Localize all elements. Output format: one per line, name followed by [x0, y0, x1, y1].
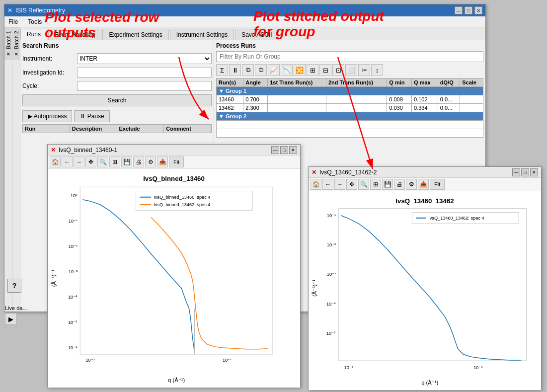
group1-label: ▼ Group 1: [217, 87, 483, 95]
th-trans2: 2nd Trans Run(s): [326, 78, 387, 87]
plot2-fit[interactable]: Fit: [430, 179, 445, 190]
plot2-forward[interactable]: →: [334, 179, 345, 190]
plot2-settings[interactable]: ⚙: [406, 179, 417, 190]
plot2-pan[interactable]: ✥: [346, 179, 357, 190]
filter-input[interactable]: [216, 51, 483, 62]
row1-angle: 0.700: [243, 95, 268, 104]
plot1-settings[interactable]: ⚙: [145, 157, 156, 167]
plot1-fit[interactable]: Fit: [169, 157, 184, 167]
minimize-button[interactable]: —: [455, 6, 463, 14]
plot1-area: IvsQ_binned_13460 (Å⁻¹)⁻¹ q (Å⁻¹) 10⁰ 10…: [48, 169, 300, 388]
plot-window-2: ✕ IvsQ_13460_13462-2 — □ ✕ 🏠 ← → ✥ 🔍 ⊞ 💾…: [308, 166, 542, 390]
investigation-input[interactable]: [77, 68, 212, 78]
live-play-button[interactable]: ▶: [5, 313, 17, 325]
plot1-grid[interactable]: ⊞: [109, 157, 120, 167]
batch-sidebar: ✕ Batch 1 ✕ Batch 2: [4, 27, 20, 312]
row1-scale: [460, 95, 483, 104]
svg-text:10⁻²: 10⁻²: [327, 242, 336, 247]
plot1-svg: IvsQ_binned_13460 (Å⁻¹)⁻¹ q (Å⁻¹) 10⁰ 10…: [50, 171, 298, 386]
plot2-print[interactable]: 🖨: [394, 179, 405, 190]
row1-qmax: 0.102: [412, 95, 438, 104]
col-description: Description: [70, 125, 117, 133]
plot2-close[interactable]: ✕: [530, 168, 538, 176]
plot2-export[interactable]: 📤: [418, 179, 429, 190]
grid-button[interactable]: ⊞: [307, 64, 318, 76]
maximize-button[interactable]: □: [465, 6, 472, 14]
shuffle-button[interactable]: 🔀: [294, 64, 306, 76]
table-row[interactable]: [217, 121, 483, 129]
svg-rect-16: [136, 191, 252, 210]
group1-row[interactable]: ▼ Group 1: [217, 87, 483, 95]
menu-file[interactable]: File: [6, 18, 20, 26]
sort-button[interactable]: ↕: [371, 64, 383, 76]
svg-rect-22: [338, 208, 526, 361]
th-trans1: 1st Trans Run(s): [268, 78, 326, 87]
plot1-back[interactable]: ←: [62, 157, 73, 167]
table-row[interactable]: 13460 0.700 0.009 0.102 0.0...: [217, 95, 483, 104]
plot2-zoom[interactable]: 🔍: [358, 179, 369, 190]
plot1-controls: — □ ✕: [271, 146, 297, 154]
title-bar: ✕ ISIS Reflectometry — □ ✕: [4, 4, 485, 16]
autoprocess-button[interactable]: ▶ Autoprocess: [22, 110, 72, 122]
investigation-row: Investigation Id:: [22, 68, 212, 78]
process-runs-title: Process Runs: [216, 42, 483, 49]
tab-runs[interactable]: Runs: [20, 29, 47, 40]
plot1-forward[interactable]: →: [74, 157, 84, 167]
th-runs: Run(s): [217, 78, 243, 87]
table-row[interactable]: [217, 129, 483, 138]
search-button[interactable]: Search: [22, 94, 212, 106]
tab-event-handling[interactable]: Event Handling: [48, 29, 101, 40]
plot2-back[interactable]: ←: [322, 179, 333, 190]
chart-line-button[interactable]: 📈: [268, 64, 280, 76]
plot1-minimize[interactable]: —: [271, 146, 279, 154]
plot1-pan[interactable]: ✥: [85, 157, 96, 167]
menu-tools[interactable]: Tools: [26, 18, 44, 26]
batch2-label: Batch 2: [13, 31, 19, 49]
plot-window-1: ✕ IvsQ_binned_13460-1 — □ ✕ 🏠 ← → ✥ 🔍 ⊞ …: [47, 144, 301, 388]
batch-tab-1[interactable]: ✕ Batch 1: [4, 27, 12, 60]
plot1-title-bar: ✕ IvsQ_binned_13460-1 — □ ✕: [48, 145, 300, 156]
table-row[interactable]: 13462 2.300 0.030 0.334 0.0...: [217, 104, 483, 112]
row2-run: 13462: [217, 104, 243, 112]
plot2-home[interactable]: 🏠: [311, 179, 321, 190]
plot1-print[interactable]: 🖨: [133, 157, 144, 167]
grid2-button[interactable]: ⊡: [332, 64, 344, 76]
plot1-home[interactable]: 🏠: [50, 157, 61, 167]
close-button[interactable]: ✕: [474, 6, 482, 14]
group2-row[interactable]: ▼ Group 2: [217, 112, 483, 121]
plot2-save[interactable]: 💾: [382, 179, 393, 190]
plot1-save[interactable]: 💾: [121, 157, 132, 167]
sum-button[interactable]: Σ: [216, 64, 228, 76]
copy-button[interactable]: ⧉: [242, 64, 254, 76]
instrument-select[interactable]: INTER: [77, 53, 212, 64]
plot2-grid[interactable]: ⊞: [370, 179, 381, 190]
data-table: Run(s) Angle 1st Trans Run(s) 2nd Trans …: [216, 78, 483, 138]
plot2-minimize[interactable]: —: [512, 168, 520, 176]
tab-instrument-settings[interactable]: Instrument Settings: [170, 29, 234, 40]
th-scale: Scale: [460, 78, 483, 87]
batch1-close[interactable]: ✕: [6, 51, 10, 57]
copy2-button[interactable]: ⬜: [345, 64, 357, 76]
batch2-close[interactable]: ✕: [14, 51, 18, 57]
instrument-row: Instrument: INTER: [22, 53, 212, 64]
plot2-maximize[interactable]: □: [521, 168, 529, 176]
chart-down-button[interactable]: 📉: [281, 64, 293, 76]
row1-trans1: [268, 95, 326, 104]
tab-experiment-settings[interactable]: Experiment Settings: [102, 29, 168, 40]
tab-save-ascii[interactable]: Save ASCII: [235, 29, 278, 40]
pause-tool-button[interactable]: ⏸: [229, 64, 241, 76]
plot1-maximize[interactable]: □: [280, 146, 288, 154]
plot1-close[interactable]: ✕: [289, 146, 297, 154]
plot1-zoom[interactable]: 🔍: [97, 157, 108, 167]
svg-text:10⁻¹: 10⁻¹: [69, 219, 78, 224]
remove-row-button[interactable]: ⊟: [319, 64, 331, 76]
help-button[interactable]: ?: [7, 279, 21, 293]
paste-button[interactable]: ⧉: [255, 64, 267, 76]
cycle-input[interactable]: [77, 81, 212, 91]
cut-button[interactable]: ✂: [358, 64, 370, 76]
plot2-area: IvsQ_13460_13462 (Å⁻¹)⁻¹ q (Å⁻¹) 10⁻¹ 10…: [309, 191, 541, 390]
batch-tab-2[interactable]: ✕ Batch 2: [12, 27, 20, 60]
plot1-export[interactable]: 📤: [157, 157, 168, 167]
empty-row2: [217, 129, 483, 138]
pause-button[interactable]: ⏸ Pause: [74, 110, 109, 122]
